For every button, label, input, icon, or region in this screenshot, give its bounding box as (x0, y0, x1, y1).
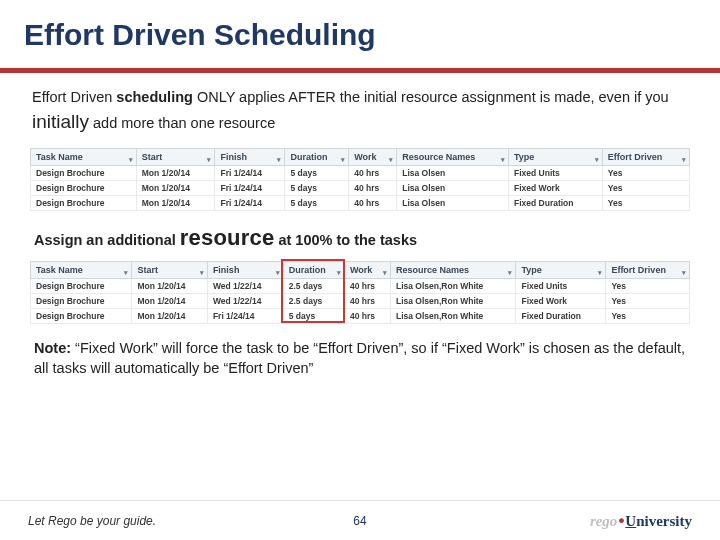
column-header[interactable]: Duration▾ (283, 261, 344, 278)
table-cell[interactable]: Mon 1/20/14 (132, 308, 207, 323)
table-cell[interactable]: Fixed Units (516, 278, 606, 293)
dropdown-icon[interactable]: ▾ (198, 269, 206, 277)
table-cell[interactable]: Mon 1/20/14 (136, 195, 215, 210)
dropdown-icon[interactable]: ▾ (275, 156, 283, 164)
table-cell[interactable]: Lisa Olsen,Ron White (390, 278, 515, 293)
table-row[interactable]: Design BrochureMon 1/20/14Fri 1/24/145 d… (31, 180, 690, 195)
table-cell[interactable]: Lisa Olsen (397, 195, 509, 210)
table-cell[interactable]: Yes (602, 165, 689, 180)
table-cell[interactable]: Wed 1/22/14 (207, 293, 283, 308)
column-header[interactable]: Type▾ (516, 261, 606, 278)
column-header[interactable]: Resource Names▾ (397, 148, 509, 165)
column-header[interactable]: Task Name▾ (31, 148, 137, 165)
dropdown-icon[interactable]: ▾ (274, 269, 282, 277)
table-cell[interactable]: Lisa Olsen (397, 165, 509, 180)
table-row[interactable]: Design BrochureMon 1/20/14Wed 1/22/142.5… (31, 293, 690, 308)
table-cell[interactable]: 2.5 days (283, 293, 344, 308)
dropdown-icon[interactable]: ▾ (339, 156, 347, 164)
table-cell[interactable]: Design Brochure (31, 165, 137, 180)
column-header[interactable]: Task Name▾ (31, 261, 132, 278)
table-cell[interactable]: Yes (606, 308, 690, 323)
table-cell[interactable]: 5 days (283, 308, 344, 323)
column-header[interactable]: Effort Driven▾ (602, 148, 689, 165)
footer-tagline: Let Rego be your guide. (28, 514, 156, 528)
dropdown-icon[interactable]: ▾ (127, 156, 135, 164)
table-cell[interactable]: Design Brochure (31, 278, 132, 293)
table-cell[interactable]: Yes (606, 293, 690, 308)
table-row[interactable]: Design BrochureMon 1/20/14Fri 1/24/145 d… (31, 195, 690, 210)
table-cell[interactable]: Fri 1/24/14 (207, 308, 283, 323)
dropdown-icon[interactable]: ▾ (381, 269, 389, 277)
column-header[interactable]: Finish▾ (207, 261, 283, 278)
table1-wrap: Task Name▾Start▾Finish▾Duration▾Work▾Res… (30, 148, 690, 211)
note-paragraph: Note: “Fixed Work” will force the task t… (34, 338, 692, 379)
dropdown-icon[interactable]: ▾ (680, 269, 688, 277)
task-table-1: Task Name▾Start▾Finish▾Duration▾Work▾Res… (30, 148, 690, 211)
table-cell[interactable]: Fixed Work (509, 180, 603, 195)
table-cell[interactable]: 5 days (285, 195, 349, 210)
table-cell[interactable]: 40 hrs (345, 293, 391, 308)
column-header[interactable]: Start▾ (136, 148, 215, 165)
table-cell[interactable]: Lisa Olsen,Ron White (390, 308, 515, 323)
dropdown-icon[interactable]: ▾ (387, 156, 395, 164)
table-cell[interactable]: 40 hrs (349, 195, 397, 210)
column-header[interactable]: Duration▾ (285, 148, 349, 165)
table-cell[interactable]: Yes (606, 278, 690, 293)
logo-university: University (625, 513, 692, 530)
table-row[interactable]: Design BrochureMon 1/20/14Wed 1/22/142.5… (31, 278, 690, 293)
table-row[interactable]: Design BrochureMon 1/20/14Fri 1/24/145 d… (31, 308, 690, 323)
logo-dot-icon: • (618, 511, 624, 531)
dropdown-icon[interactable]: ▾ (335, 269, 343, 277)
column-header[interactable]: Finish▾ (215, 148, 285, 165)
dropdown-icon[interactable]: ▾ (499, 156, 507, 164)
table-cell[interactable]: Fri 1/24/14 (215, 180, 285, 195)
dropdown-icon[interactable]: ▾ (506, 269, 514, 277)
text: ONLY applies AFTER the initial resource … (193, 89, 669, 105)
table-cell[interactable]: 5 days (285, 180, 349, 195)
page-number: 64 (353, 514, 366, 528)
table-cell[interactable]: Mon 1/20/14 (136, 165, 215, 180)
table-cell[interactable]: Mon 1/20/14 (132, 278, 207, 293)
table-cell[interactable]: Design Brochure (31, 293, 132, 308)
column-header[interactable]: Type▾ (509, 148, 603, 165)
table-row[interactable]: Design BrochureMon 1/20/14Fri 1/24/145 d… (31, 165, 690, 180)
table-cell[interactable]: Fixed Work (516, 293, 606, 308)
table-cell[interactable]: Design Brochure (31, 308, 132, 323)
text-emph: resource (180, 225, 275, 250)
table-cell[interactable]: 5 days (285, 165, 349, 180)
table2-wrap: Task Name▾Start▾Finish▾Duration▾Work▾Res… (30, 261, 690, 324)
dropdown-icon[interactable]: ▾ (680, 156, 688, 164)
text: add more than one resource (89, 115, 275, 131)
column-header[interactable]: Work▾ (345, 261, 391, 278)
table-cell[interactable]: Design Brochure (31, 195, 137, 210)
table-cell[interactable]: Lisa Olsen (397, 180, 509, 195)
table-cell[interactable]: Mon 1/20/14 (132, 293, 207, 308)
table-cell[interactable]: Fixed Duration (516, 308, 606, 323)
table-cell[interactable]: 40 hrs (345, 308, 391, 323)
dropdown-icon[interactable]: ▾ (205, 156, 213, 164)
table-cell[interactable]: Fixed Duration (509, 195, 603, 210)
table-cell[interactable]: Yes (602, 180, 689, 195)
table-cell[interactable]: 40 hrs (349, 165, 397, 180)
text-bold: at 100% to the tasks (274, 232, 417, 248)
dropdown-icon[interactable]: ▾ (596, 269, 604, 277)
table-cell[interactable]: Fri 1/24/14 (215, 165, 285, 180)
table-cell[interactable]: Yes (602, 195, 689, 210)
table-cell[interactable]: 40 hrs (349, 180, 397, 195)
slide: Effort Driven Scheduling Effort Driven s… (0, 0, 720, 540)
column-header[interactable]: Start▾ (132, 261, 207, 278)
table-cell[interactable]: Fri 1/24/14 (215, 195, 285, 210)
note-text: “Fixed Work” will force the task to be “… (34, 340, 685, 376)
table-cell[interactable]: 40 hrs (345, 278, 391, 293)
dropdown-icon[interactable]: ▾ (122, 269, 130, 277)
table-cell[interactable]: 2.5 days (283, 278, 344, 293)
table-cell[interactable]: Wed 1/22/14 (207, 278, 283, 293)
table-cell[interactable]: Lisa Olsen,Ron White (390, 293, 515, 308)
column-header[interactable]: Work▾ (349, 148, 397, 165)
dropdown-icon[interactable]: ▾ (593, 156, 601, 164)
table-cell[interactable]: Fixed Units (509, 165, 603, 180)
table-cell[interactable]: Mon 1/20/14 (136, 180, 215, 195)
column-header[interactable]: Resource Names▾ (390, 261, 515, 278)
column-header[interactable]: Effort Driven▾ (606, 261, 690, 278)
table-cell[interactable]: Design Brochure (31, 180, 137, 195)
